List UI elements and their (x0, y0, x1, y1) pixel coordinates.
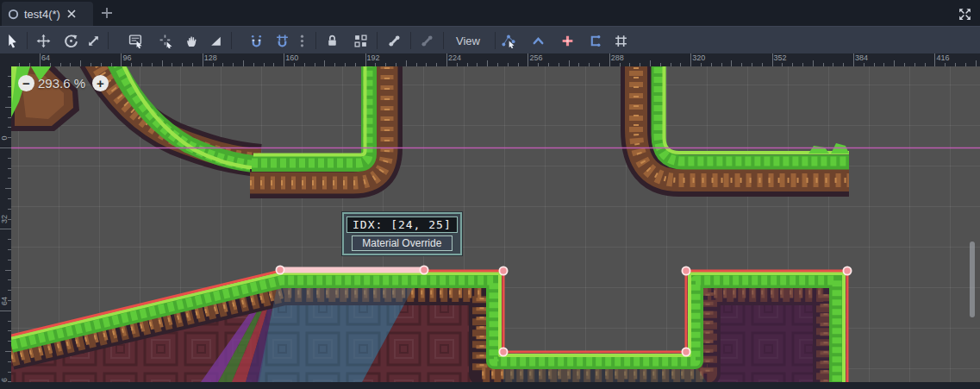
zoom-in-button[interactable]: + (92, 75, 109, 91)
toolbar-separator (108, 32, 109, 49)
toolbar-separator (495, 32, 496, 49)
vertex-handle[interactable] (276, 266, 284, 273)
ruler-vertical: 0326496 (0, 66, 11, 382)
toolbar-separator (231, 32, 232, 49)
skeleton-options-button[interactable] (416, 30, 437, 51)
zoom-out-button[interactable]: − (18, 75, 34, 91)
grid-snap-button[interactable] (272, 30, 292, 51)
view-menu-button[interactable]: View (451, 30, 485, 51)
toolbar-separator (443, 32, 444, 49)
scale-tool-button[interactable] (83, 30, 103, 51)
toolbar-separator (377, 32, 378, 49)
vertex-handle[interactable] (682, 267, 690, 274)
tab-label: test4(*) (24, 8, 60, 21)
vertical-scrollbar[interactable] (970, 242, 975, 317)
ruler-horizontal: 6496128160192224256288320352384416 (11, 53, 980, 66)
toolbar-separator (27, 32, 28, 49)
lock-button[interactable] (321, 30, 342, 51)
snap-options-menu-button[interactable] (291, 30, 312, 51)
edit-polygon-tool-button[interactable] (584, 30, 605, 51)
godot-2d-editor: test4(*) (0, 0, 980, 389)
zoom-level-label[interactable]: 293.6 % (38, 76, 85, 91)
list-select-tool-button[interactable] (125, 30, 146, 51)
expand-viewport-icon[interactable] (956, 5, 973, 22)
rotate-tool-button[interactable] (60, 30, 81, 51)
scene-render (11, 66, 980, 382)
skeleton-bone-button[interactable] (384, 30, 404, 51)
bottom-panel-edge (0, 382, 980, 389)
group-button[interactable] (350, 30, 371, 51)
toolbar-separator (315, 32, 316, 49)
scene-tab-bar: test4(*) (0, 0, 980, 27)
edit-curve-tool-button[interactable] (527, 30, 548, 51)
shape-snap-options-button[interactable] (610, 30, 631, 51)
move-tool-button[interactable] (33, 30, 53, 51)
tooltip-idx-label: IDX: [24, 25] (346, 216, 458, 233)
move-point-tool-button[interactable] (155, 30, 176, 51)
vertex-handle[interactable] (420, 266, 428, 273)
add-scene-tab-button[interactable] (97, 3, 117, 23)
vertex-handle[interactable] (499, 267, 507, 274)
vertex-handle[interactable] (499, 348, 507, 355)
toolbar-separator (410, 32, 411, 49)
edit-points-tool-button[interactable] (498, 30, 519, 51)
viewport-canvas[interactable] (11, 66, 980, 382)
vertex-handle[interactable] (682, 348, 690, 355)
tab-close-icon[interactable] (66, 9, 77, 19)
edge-info-tooltip: IDX: [24, 25] Material Override (342, 212, 462, 255)
vertex-handle[interactable] (843, 267, 851, 274)
scene-tab-active[interactable]: test4(*) (2, 2, 93, 26)
tooltip-material-override-label: Material Override (352, 235, 453, 251)
canvas-toolbar: View (0, 26, 980, 53)
select-tool-button[interactable] (2, 30, 22, 51)
ruler-tool-button[interactable] (205, 30, 226, 51)
scene-circle-icon (7, 8, 20, 21)
smart-snap-button[interactable] (246, 30, 266, 51)
ruler-corner (0, 53, 11, 66)
add-point-tool-button[interactable] (557, 30, 577, 51)
pan-tool-button[interactable] (181, 30, 202, 51)
